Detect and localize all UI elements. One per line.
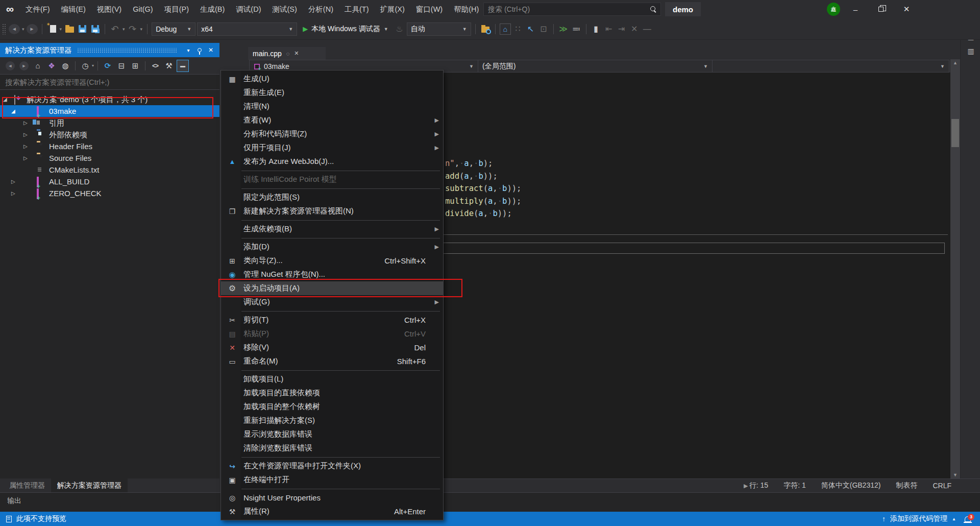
autohide-tab-icon[interactable]: ▥ xyxy=(965,45,977,57)
overflow-icon[interactable]: — xyxy=(642,23,653,35)
redo-icon[interactable]: ↷ xyxy=(127,23,138,35)
scroll-down-icon[interactable]: ▼ xyxy=(950,472,960,477)
editor-scrollbar[interactable]: ▲ ▼ xyxy=(950,59,960,479)
context-menu-item[interactable]: 卸载项目(L) xyxy=(221,372,443,386)
panel-forward-icon[interactable]: ► xyxy=(19,61,29,70)
context-menu-item[interactable]: 重新扫描解决方案(S) xyxy=(221,414,443,427)
panel-back-icon[interactable]: ◄ xyxy=(6,61,15,70)
nav-back-icon[interactable]: ◄ xyxy=(9,24,20,34)
chevron-down-icon[interactable]: ▾ xyxy=(122,27,125,32)
preview-selected-icon[interactable]: ▬ xyxy=(177,60,189,72)
menubar-item[interactable]: 视图(V) xyxy=(91,0,127,18)
expand-arrow-icon[interactable]: ▷ xyxy=(11,187,15,199)
comment-icon[interactable]: ≫ xyxy=(558,23,569,35)
expand-info-icon[interactable]: ▶ xyxy=(744,483,748,489)
notifications-bell-icon[interactable]: 3 xyxy=(965,516,971,522)
uncomment-icon[interactable]: ≕ xyxy=(571,23,582,35)
clear-bookmarks-icon[interactable]: ✕ xyxy=(629,23,640,35)
refresh-icon[interactable]: ⟳ xyxy=(102,60,114,72)
recent-filter-icon[interactable]: ◷ xyxy=(79,60,91,72)
expand-arrow-icon[interactable]: ▷ xyxy=(23,152,28,164)
show-all-files-icon[interactable]: ⊞ xyxy=(129,60,141,72)
tree-item[interactable]: ▷ Header Files xyxy=(0,140,219,152)
context-menu-item[interactable]: ✂ 剪切(T) Ctrl+X xyxy=(221,313,443,327)
menubar-item[interactable]: 编辑(E) xyxy=(56,0,91,18)
save-icon[interactable] xyxy=(77,23,88,35)
context-menu-item[interactable]: 查看(W) ▶ xyxy=(221,113,443,127)
expand-arrow-icon[interactable]: ▷ xyxy=(23,117,28,129)
menubar-item[interactable]: Git(G) xyxy=(127,0,158,18)
menubar-item[interactable]: 文件(F) xyxy=(20,0,56,18)
restore-button[interactable] xyxy=(871,0,891,18)
context-menu-item[interactable]: 重新生成(E) xyxy=(221,86,443,100)
context-menu-item[interactable]: ◎ Nsight User Properties xyxy=(221,491,443,505)
menubar-item[interactable]: 分析(N) xyxy=(303,0,339,18)
close-tab-icon[interactable]: ✕ xyxy=(294,50,299,57)
menubar-item[interactable]: 生成(B) xyxy=(194,0,230,18)
expand-arrow-icon[interactable]: ▷ xyxy=(23,140,28,152)
tree-item[interactable]: ◢ 03make xyxy=(0,105,219,117)
context-menu-item[interactable]: 加载项目的直接依赖项 xyxy=(221,386,443,400)
pin-icon[interactable] xyxy=(194,46,205,54)
chevron-down-icon[interactable]: ▾ xyxy=(22,27,24,32)
next-bookmark-icon[interactable]: ⇥ xyxy=(616,23,627,35)
scope-dropdown[interactable]: (全局范围) ▼ xyxy=(478,60,713,72)
expand-arrow-icon[interactable]: ◢ xyxy=(11,105,15,117)
pending-filter-icon[interactable]: ◍ xyxy=(59,60,71,72)
sync-namespace-icon[interactable]: ∷ xyxy=(512,23,524,35)
solution-search-input[interactable] xyxy=(5,78,214,86)
eol-indicator[interactable]: CRLF xyxy=(933,482,951,490)
encoding-indicator[interactable]: 简体中文(GB2312) xyxy=(821,481,881,490)
new-project-icon[interactable] xyxy=(46,23,58,35)
scrollbar-thumb[interactable] xyxy=(951,119,959,147)
context-menu-item[interactable]: ▤ 粘贴(P) Ctrl+V xyxy=(221,327,443,341)
context-menu-item[interactable]: 训练 IntelliCode Poirot 模型 xyxy=(221,173,443,186)
panel-home-icon[interactable]: ⌂ xyxy=(32,60,44,72)
expand-source-control-icon[interactable]: ▲ xyxy=(952,517,956,521)
tree-item[interactable]: ◢ 解决方案"demo"(3 个项目，共 3 个) xyxy=(0,93,219,105)
context-menu-item[interactable]: ↪ 在文件资源管理器中打开文件夹(X) xyxy=(221,459,443,473)
properties-wrench-icon[interactable]: ⚒ xyxy=(163,60,175,72)
chevron-down-icon[interactable]: ▾ xyxy=(183,47,194,53)
menubar-item[interactable]: 扩展(X) xyxy=(374,0,410,18)
expand-arrow-icon[interactable]: ▷ xyxy=(23,129,28,140)
tree-item[interactable]: ▷ ZERO_CHECK xyxy=(0,187,219,199)
context-menu-item[interactable]: ⚒ 属性(R) Alt+Enter xyxy=(221,505,443,518)
open-folder-icon[interactable] xyxy=(64,23,75,35)
switch-views-icon[interactable]: ❖ xyxy=(45,60,58,72)
context-menu-item[interactable]: ❐ 新建解决方案资源管理器视图(N) xyxy=(221,204,443,218)
column-indicator[interactable]: 字符: 1 xyxy=(783,481,806,490)
nav-forward-icon[interactable]: ► xyxy=(27,24,38,34)
tree-item[interactable]: ▷ 外部依赖项 xyxy=(0,129,219,140)
chevron-down-icon[interactable]: ▾ xyxy=(140,27,143,32)
tool-window-tab[interactable]: 解决方案资源管理器 xyxy=(51,479,128,492)
copy-reference-icon[interactable]: ⊡ xyxy=(538,23,549,35)
context-menu-item[interactable]: 生成依赖项(B) ▶ xyxy=(221,222,443,236)
tab-indicator[interactable]: 制表符 xyxy=(896,481,917,490)
context-menu-item[interactable]: ✕ 移除(V) Del xyxy=(221,341,443,354)
save-all-icon[interactable] xyxy=(89,23,101,35)
attach-combo[interactable]: 自动▼ xyxy=(407,22,471,36)
menubar-item[interactable]: 帮助(H) xyxy=(448,0,484,18)
close-button[interactable]: ✕ xyxy=(896,0,917,18)
context-menu-item[interactable]: ⚙ 设为启动项目(A) xyxy=(221,281,443,295)
navigate-cursor-icon[interactable]: ↖ xyxy=(525,23,536,35)
context-menu-item[interactable]: ◉ 管理 NuGet 程序包(N)... xyxy=(221,268,443,281)
tree-item[interactable]: ▷ 引用 xyxy=(0,117,219,129)
solution-search-box[interactable] xyxy=(0,75,219,90)
find-in-files-icon[interactable] xyxy=(480,23,491,35)
scroll-up-icon[interactable]: ▲ xyxy=(950,60,960,65)
line-indicator[interactable]: 行: 15 xyxy=(749,481,768,490)
menubar-item[interactable]: 调试(D) xyxy=(230,0,266,18)
bookmark-icon[interactable]: ▮ xyxy=(591,23,602,35)
add-to-source-control-button[interactable]: 添加到源代码管理 xyxy=(890,514,947,523)
start-debugging-button[interactable]: ▶本地 Windows 调试器▼ xyxy=(299,22,393,36)
context-menu-item[interactable]: ⊞ 类向导(Z)... Ctrl+Shift+X xyxy=(221,254,443,268)
context-menu-item[interactable]: 清除浏览数据库错误 xyxy=(221,441,443,455)
context-menu-item[interactable]: 仅用于项目(J) ▶ xyxy=(221,141,443,155)
chevron-down-icon[interactable]: ▾ xyxy=(92,63,94,68)
prev-bookmark-icon[interactable]: ⇤ xyxy=(603,23,615,35)
quick-launch-search[interactable] xyxy=(483,3,661,16)
tree-item[interactable]: CMakeLists.txt xyxy=(0,164,219,176)
collapse-all-icon[interactable]: ⊟ xyxy=(115,60,128,72)
